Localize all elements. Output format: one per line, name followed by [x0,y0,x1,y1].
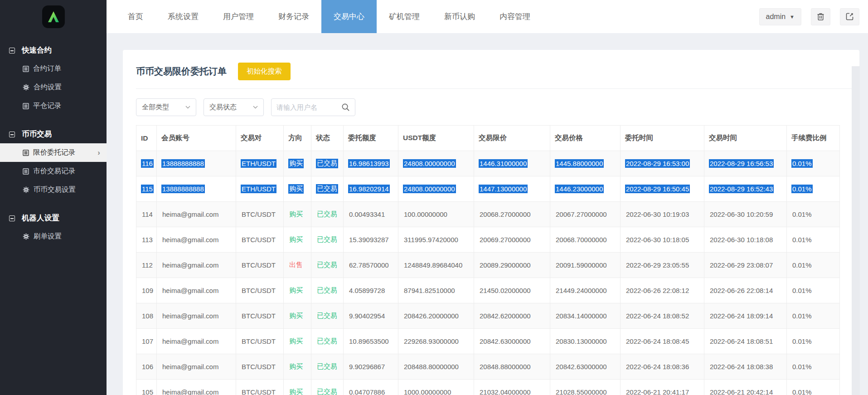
sidebar-section-coin-trade: 币币交易 限价委托记录 › 市价交易记录 [0,125,107,199]
table-cell-account: 13888888888 [157,151,236,176]
table-cell-fee-rate: 0.01% [787,380,840,395]
table-cell-trade-time: 2022-06-24 18:08:51 [704,329,787,354]
nav-item-system-settings[interactable]: 系统设置 [155,0,211,33]
section-title: 快速合约 [22,45,52,55]
table-cell-amount: 15.39093287 [344,227,398,253]
table-row: 108heima@gmail.comBTC/USDT购买已交易9.9040295… [136,303,840,329]
nav-item-new-coin-subscribe[interactable]: 新币认购 [432,0,487,33]
username-search-input[interactable] [276,103,341,111]
clear-cache-button[interactable] [811,8,830,25]
col-header-status: 状态 [311,126,344,151]
page-title: 币币交易限价委托订单 [136,65,227,78]
table-cell-usdt-amount: 229268.93000000 [398,329,474,354]
table-cell-status: 已交易 [311,227,344,253]
table-cell-limit-price: 20089.29000000 [474,253,550,278]
table-cell-limit-price: 21032.04000000 [474,380,550,395]
sidebar-item-market-trade-records[interactable]: 市价交易记录 [0,162,107,180]
type-filter-select[interactable]: 全部类型 [136,98,196,116]
collapse-icon [9,215,15,221]
logout-button[interactable] [840,8,859,25]
table-cell-amount: 10.89653500 [344,329,398,354]
table-cell-direction: 购买 [284,176,311,202]
table-cell-account: heima@gmail.com [157,202,236,227]
table-cell-account: heima@gmail.com [157,303,236,329]
table-row: 113heima@gmail.comBTC/USDT购买已交易15.390932… [136,227,840,253]
table-cell-id: 105 [136,380,157,395]
sidebar-section-header-quick-contract[interactable]: 快速合约 [0,41,107,59]
nav-item-user-management[interactable]: 用户管理 [211,0,266,33]
nav-item-miner-management[interactable]: 矿机管理 [377,0,432,33]
list-icon [23,103,29,109]
table-cell-id: 107 [136,329,157,354]
table-cell-amount: 62.78570000 [344,253,398,278]
table-cell-order-time: 2022-08-29 16:53:00 [621,151,704,176]
table-cell-account: heima@gmail.com [157,253,236,278]
col-header-id: ID [136,126,157,151]
table-cell-trade-time: 2022-08-29 16:56:53 [704,151,787,176]
table-cell-trade-price: 21449.24000000 [550,278,621,303]
sidebar-item-contract-orders[interactable]: 合约订单 [0,59,107,78]
admin-user-menu[interactable]: admin ▼ [759,8,801,25]
table-cell-direction: 购买 [284,380,311,395]
sidebar-item-contract-settings[interactable]: 合约设置 [0,78,107,97]
main-nav: 首页 系统设置 用户管理 财务记录 交易中心 矿机管理 新币认购 内容管理 [116,0,543,33]
reset-search-button[interactable]: 初始化搜索 [238,63,291,80]
col-header-order-time: 委托时间 [621,126,704,151]
sidebar-item-label: 合约设置 [34,83,62,92]
sidebar-item-label: 币币交易设置 [34,185,76,195]
sidebar-section-quick-contract: 快速合约 合约订单 [0,41,107,115]
col-header-usdt-amount: USDT额度 [398,126,474,151]
navbar-right: admin ▼ [759,0,868,33]
table-cell-id: 116 [136,151,157,176]
table-cell-fee-rate: 0.01% [787,329,840,354]
sidebar-section-header-coin-trade[interactable]: 币币交易 [0,125,107,143]
left-sidebar: 快速合约 合约订单 [0,33,107,395]
table-cell-amount: 0.04707886 [344,380,398,395]
sidebar-item-limit-order-records[interactable]: 限价委托记录 › [0,143,107,162]
nav-item-home[interactable]: 首页 [116,0,155,33]
sidebar-section-header-robot-settings[interactable]: 机器人设置 [0,209,107,227]
table-cell-direction: 购买 [284,329,311,354]
table-cell-id: 112 [136,253,157,278]
table-cell-pair: BTC/USDT [236,202,284,227]
search-icon[interactable] [341,103,350,112]
nav-item-content-management[interactable]: 内容管理 [487,0,543,33]
section-title: 币币交易 [22,129,52,139]
col-header-pair: 交易对 [236,126,284,151]
table-cell-status: 已交易 [311,354,344,380]
col-header-fee-rate: 手续费比例 [787,126,840,151]
table-cell-limit-price: 20842.63000000 [474,329,550,354]
table-cell-id: 106 [136,354,157,380]
sidebar-item-brush-order-settings[interactable]: 刷单设置 [0,227,107,246]
table-cell-order-time: 2022-06-30 10:19:03 [621,202,704,227]
table-cell-amount: 9.90296867 [344,354,398,380]
main-content: 币币交易限价委托订单 初始化搜索 全部类型 交易状态 [107,33,860,395]
table-cell-status: 已交易 [311,329,344,354]
status-filter-select[interactable]: 交易状态 [204,98,264,116]
table-cell-limit-price: 20068.27000000 [474,202,550,227]
table-cell-trade-time: 2022-06-24 18:08:38 [704,354,787,380]
table-cell-order-time: 2022-06-30 10:18:05 [621,227,704,253]
status-filter-value: 交易状态 [209,103,253,112]
table-cell-status: 已交易 [311,176,344,202]
table-cell-status: 已交易 [311,202,344,227]
page-scrollbar[interactable] [852,66,860,395]
table-cell-limit-price: 20848.88000000 [474,354,550,380]
sidebar-item-coin-trade-settings[interactable]: 币币交易设置 [0,180,107,199]
table-cell-pair: ETH/USDT [236,176,284,202]
logo-area [0,0,107,33]
table-row: 112heima@gmail.comBTC/USDT出售已交易62.785700… [136,253,840,278]
table-cell-pair: BTC/USDT [236,227,284,253]
sidebar-item-close-position-records[interactable]: 平仓记录 [0,97,107,115]
table-row: 11613888888888ETH/USDT购买已交易16.9861399324… [136,151,840,176]
chevron-down-icon [253,106,258,109]
table-cell-usdt-amount: 24808.00000000 [398,176,474,202]
table-cell-fee-rate: 0.01% [787,354,840,380]
table-cell-order-time: 2022-06-24 18:08:52 [621,303,704,329]
table-cell-account: heima@gmail.com [157,354,236,380]
nav-item-finance-records[interactable]: 财务记录 [266,0,321,33]
table-cell-trade-price: 20834.14000000 [550,303,621,329]
nav-item-trade-center[interactable]: 交易中心 [321,0,377,33]
table-cell-trade-price: 20091.59000000 [550,253,621,278]
sidebar-item-label: 平仓记录 [33,101,61,111]
